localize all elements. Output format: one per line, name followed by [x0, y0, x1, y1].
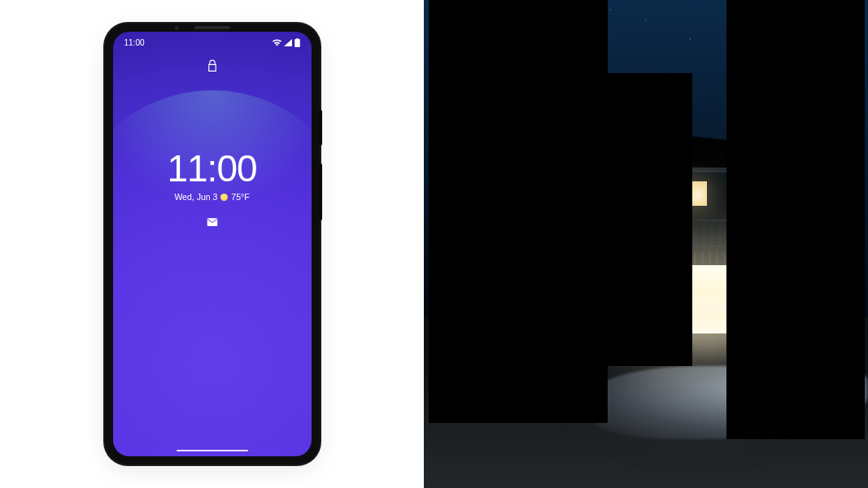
- left-pane: 11:00 11:00 Wed, Jun 3 75°F: [0, 0, 424, 488]
- pine-tree: [429, 0, 608, 423]
- lockscreen-date-weather: Wed, Jun 3 75°F: [113, 192, 312, 202]
- lockscreen-clock-block: 11:00 Wed, Jun 3 75°F: [113, 150, 312, 202]
- wallpaper-arc-highlight: [113, 90, 312, 383]
- lockscreen-date: Wed, Jun 3: [174, 192, 217, 202]
- phone-front-camera: [175, 26, 179, 30]
- weather-sun-icon: [220, 194, 228, 201]
- phone-body: 11:00 11:00 Wed, Jun 3 75°F: [105, 24, 320, 464]
- notification-mail-icon[interactable]: [207, 215, 217, 229]
- phone-power-button[interactable]: [320, 110, 322, 146]
- battery-icon: [294, 38, 300, 47]
- lockscreen-clock: 11:00: [113, 150, 312, 187]
- home-indicator[interactable]: [177, 450, 248, 451]
- phone-volume-button[interactable]: [320, 163, 322, 220]
- right-pane-night-scene: [424, 0, 868, 488]
- split-layout: 11:00 11:00 Wed, Jun 3 75°F: [0, 0, 868, 488]
- status-bar: 11:00: [113, 38, 312, 47]
- phone-earpiece: [194, 26, 230, 29]
- wifi-icon: [273, 39, 281, 46]
- status-bar-icons: [273, 38, 300, 47]
- pine-tree: [603, 73, 692, 366]
- pine-tree: [726, 0, 865, 439]
- lock-icon: [207, 59, 217, 76]
- cellular-signal-icon: [284, 39, 292, 46]
- phone-screen[interactable]: 11:00 11:00 Wed, Jun 3 75°F: [113, 32, 312, 456]
- status-bar-time: 11:00: [124, 38, 145, 47]
- lockscreen-temperature: 75°F: [231, 192, 249, 202]
